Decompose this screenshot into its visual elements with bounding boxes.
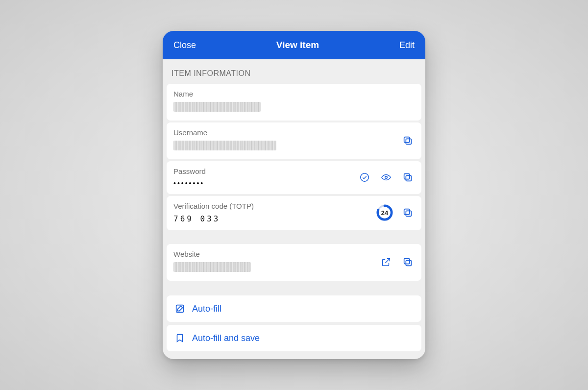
- name-row: Name: [167, 84, 421, 121]
- website-label: Website: [173, 250, 374, 258]
- totp-countdown: 24: [376, 204, 393, 221]
- close-button[interactable]: Close: [173, 40, 196, 50]
- username-label: Username: [173, 128, 396, 137]
- copy-totp-button[interactable]: [401, 206, 415, 219]
- copy-icon: [402, 257, 413, 268]
- autofill-label: Auto-fill: [192, 304, 221, 314]
- username-value-redacted: [173, 141, 276, 150]
- edit-button[interactable]: Edit: [399, 40, 415, 50]
- autofill-save-label: Auto-fill and save: [192, 333, 260, 343]
- svg-rect-11: [404, 258, 410, 264]
- totp-label: Verification code (TOTP): [173, 202, 371, 210]
- svg-rect-9: [404, 209, 410, 215]
- external-link-icon: [381, 257, 392, 268]
- eye-icon: [381, 172, 392, 183]
- svg-point-3: [385, 176, 388, 178]
- copy-website-button[interactable]: [401, 255, 415, 269]
- name-label: Name: [173, 90, 415, 98]
- password-row: Password ••••••••: [167, 161, 421, 194]
- name-value-redacted: [173, 102, 261, 112]
- autofill-save-button[interactable]: Auto-fill and save: [167, 325, 421, 351]
- svg-rect-8: [406, 211, 411, 216]
- copy-icon: [402, 135, 413, 146]
- svg-rect-0: [406, 139, 411, 144]
- totp-code: 769 033: [173, 214, 371, 223]
- check-password-button[interactable]: [358, 171, 371, 184]
- modal-title: View item: [276, 40, 319, 50]
- autofill-button[interactable]: Auto-fill: [167, 295, 421, 322]
- copy-username-button[interactable]: [401, 134, 415, 147]
- website-group: Website: [167, 244, 421, 281]
- svg-rect-4: [406, 175, 411, 181]
- password-value-masked: ••••••••: [173, 179, 353, 187]
- website-value-redacted: [173, 262, 251, 272]
- bookmark-icon: [174, 333, 185, 343]
- username-row: Username: [167, 122, 421, 159]
- modal-header: Close View item Edit: [163, 31, 425, 59]
- edit-square-icon: [174, 303, 185, 314]
- view-item-card: Close View item Edit ITEM INFORMATION Na…: [163, 31, 425, 359]
- svg-rect-1: [404, 137, 410, 142]
- website-row: Website: [167, 244, 421, 281]
- svg-rect-5: [404, 173, 410, 179]
- password-label: Password: [173, 167, 353, 175]
- toggle-password-visibility-button[interactable]: [379, 171, 393, 184]
- item-info-group: Name Username Password ••••••••: [167, 84, 421, 230]
- launch-website-button[interactable]: [379, 255, 393, 269]
- copy-icon: [402, 172, 413, 183]
- section-title: ITEM INFORMATION: [163, 59, 425, 84]
- svg-point-2: [361, 173, 369, 181]
- svg-rect-10: [406, 260, 411, 266]
- totp-seconds: 24: [376, 204, 393, 221]
- copy-password-button[interactable]: [401, 171, 415, 184]
- totp-row: Verification code (TOTP) 769 033 24: [167, 196, 421, 230]
- check-circle-icon: [359, 172, 370, 183]
- copy-icon: [402, 207, 413, 218]
